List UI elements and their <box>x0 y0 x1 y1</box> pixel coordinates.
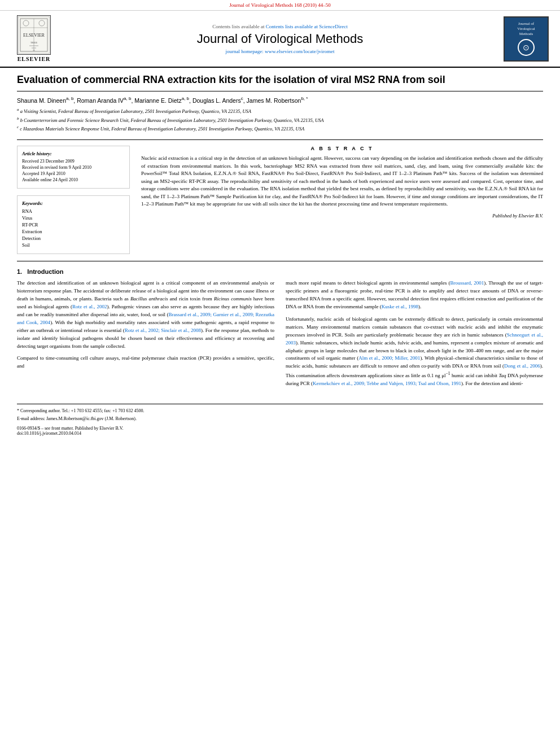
abstract-text: Nucleic acid extraction is a critical st… <box>141 155 543 208</box>
article-title: Evaluation of commercial RNA extraction … <box>17 73 543 91</box>
cite-rotz-sinclair[interactable]: Rotz et al., 2002; Sinclair et al., 2008 <box>125 327 201 333</box>
keyword-virus: Virus <box>22 215 125 221</box>
author-james: James M. Robertson <box>247 97 301 104</box>
cite-alm-miller[interactable]: Alm et al., 2000; Miller, 2001 <box>358 355 420 361</box>
author-marianne: Marianne E. Dietz <box>134 97 181 104</box>
svg-text:ELSEVIER: ELSEVIER <box>23 33 45 38</box>
keyword-rna: RNA <box>22 208 125 214</box>
journal-header: ELSEVIER TREE ELSEVIER Contents lists av… <box>0 11 560 68</box>
published-by: Published by Elsevier B.V. <box>141 213 543 219</box>
keywords-box: Keywords: RNA Virus RT-PCR Extraction De… <box>17 195 130 254</box>
section-divider <box>17 261 543 261</box>
revised-date: Received in revised form 9 April 2010 <box>22 165 125 170</box>
abstract-section: A B S T R A C T Nucleic acid extraction … <box>141 146 543 219</box>
right-paragraph-1: much more rapid means to detect biologic… <box>286 279 543 311</box>
journal-logo-icon: ⊙ <box>518 39 535 56</box>
intro-right-col: much more rapid means to detect biologic… <box>286 279 543 392</box>
journal-logo-right: Journal of Virological Methods ⊙ <box>504 16 549 62</box>
article-body: Evaluation of commercial RNA extraction … <box>0 68 560 442</box>
article-history-box: Article history: Received 23 December 20… <box>17 146 130 189</box>
journal-reference-bar: Journal of Virological Methods 168 (2010… <box>0 0 560 11</box>
right-paragraph-2: Unfortunately, nucleic acids of biologic… <box>286 316 543 388</box>
elsevier-wordmark: ELSEVIER <box>18 56 51 62</box>
keyword-soil: Soil <box>22 242 125 248</box>
abstract-columns: Article history: Received 23 December 20… <box>17 146 543 254</box>
cite-brassard[interactable]: Brassard et al., 2009; Garnier et al., 2… <box>17 312 274 325</box>
email-note: E-mail address: James.M.Robertson@ic.fbi… <box>17 416 543 422</box>
accepted-date: Accepted 19 April 2010 <box>22 171 125 176</box>
keyword-rtpcr: RT-PCR <box>22 222 125 228</box>
abstract-header: A B S T R A C T <box>141 146 543 151</box>
affiliation-a: a a Visiting Scientist, Federal Bureau o… <box>17 107 543 115</box>
cite-broussard[interactable]: Broussard, 2001 <box>450 280 484 286</box>
keyword-detection: Detection <box>22 235 125 241</box>
journal-reference-text: Journal of Virological Methods 168 (2010… <box>229 2 330 8</box>
intro-two-col: The detection and identification of an u… <box>17 279 543 392</box>
keywords-label: Keywords: <box>22 200 125 206</box>
cite-kuske[interactable]: Kuske et al., 1998 <box>382 304 418 309</box>
author-shauna: Shauna M. Dineen <box>17 97 66 104</box>
abstract-col: A B S T R A C T Nucleic acid extraction … <box>141 146 543 254</box>
intro-paragraph-1: The detection and identification of an u… <box>17 279 274 350</box>
contents-availability: Contents lists available at Contents lis… <box>56 24 504 29</box>
journal-abbrev-text: Journal of Virological Methods <box>517 21 535 37</box>
doi-section: 0166-0934/$ – see front matter. Publishe… <box>17 426 543 436</box>
issn-text: 0166-0934/$ – see front matter. Publishe… <box>17 426 543 431</box>
intro-left-col: The detection and identification of an u… <box>17 279 274 392</box>
author-douglas: Douglas L. Anders <box>193 97 241 104</box>
sciencedirect-link[interactable]: Contents lists available at ScienceDirec… <box>266 24 348 29</box>
author-roman: Roman Aranda IV <box>77 97 124 104</box>
received-date: Received 23 December 2009 <box>22 159 125 164</box>
journal-title-area: Contents lists available at Contents lis… <box>56 24 504 54</box>
cite-schneegurt[interactable]: Schneegurt et al., 2003 <box>286 332 543 346</box>
cite-rotz-2002[interactable]: Rotz et al., 2002 <box>72 304 107 309</box>
cite-dong[interactable]: Dong et al., 2006 <box>504 363 540 369</box>
affiliation-c: c c Hazardous Materials Science Response… <box>17 125 543 133</box>
authors-line: Shauna M. Dineena, b, Roman Aranda IVa, … <box>17 96 543 104</box>
corresponding-author-note: * Corresponding author. Tel.: +1 703 632… <box>17 408 543 414</box>
article-meta-col: Article history: Received 23 December 20… <box>17 146 130 254</box>
footnotes: * Corresponding author. Tel.: +1 703 632… <box>17 404 543 422</box>
doi-text: doi:10.1016/j.jviromet.2010.04.014 <box>17 431 543 436</box>
available-date: Available online 24 April 2010 <box>22 177 125 182</box>
intro-paragraph-2: Compared to time-consuming cell culture … <box>17 355 274 370</box>
journal-homepage: journal homepage: www.elsevier.com/locat… <box>56 49 504 54</box>
affiliation-b: b b Counterterrorism and Forensic Scienc… <box>17 116 543 124</box>
journal-title: Journal of Virological Methods <box>56 32 504 46</box>
affiliations-section: a a Visiting Scientist, Federal Bureau o… <box>17 107 543 140</box>
svg-text:TREE: TREE <box>30 41 38 44</box>
elsevier-logo: ELSEVIER TREE ELSEVIER <box>11 15 56 62</box>
elsevier-logo-image: ELSEVIER TREE <box>17 15 51 55</box>
article-history-label: Article history: <box>22 151 125 156</box>
cite-kermekchiev[interactable]: Kermekchiev et al., 2009; Tebbe and Vahj… <box>313 381 461 386</box>
intro-section-heading: 1. Introduction <box>17 268 543 275</box>
keyword-extraction: Extraction <box>22 229 125 234</box>
